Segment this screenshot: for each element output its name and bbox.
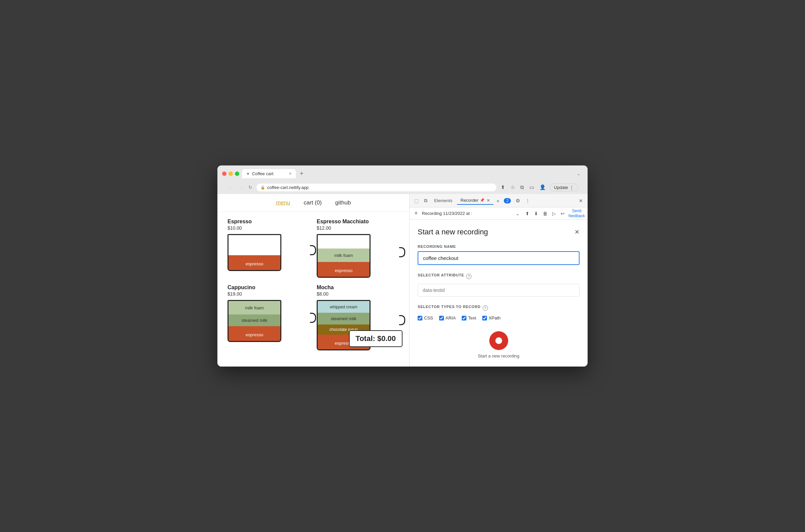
add-recording-button[interactable]: + xyxy=(412,209,420,217)
coffee-nav: menu cart (0) github xyxy=(217,194,409,212)
layer-macchiato-espresso: espresso xyxy=(318,262,369,278)
coffee-card-cappucino: Cappucino $19.00 milk foam steamed milk … xyxy=(227,285,310,350)
layer-capp-espresso: espresso xyxy=(228,326,280,342)
start-recording-button[interactable] xyxy=(489,331,508,350)
back-button[interactable]: ← xyxy=(227,184,234,191)
minimize-traffic-light[interactable] xyxy=(228,171,233,176)
checkbox-aria[interactable]: ARIA xyxy=(439,316,456,321)
layer-macchiato-white xyxy=(318,235,369,248)
send-feedback-link[interactable]: Send feedback xyxy=(568,209,585,218)
checkbox-text[interactable]: Text xyxy=(462,316,476,321)
modal-title-row: Start a new recording ✕ xyxy=(418,228,580,236)
devtools-recorder-bar: + Recording 11/23/2022 at : ⌄ ⬆ ⬇ 🗑 ▷ ↩ … xyxy=(409,208,588,220)
checkbox-css-label: CSS xyxy=(424,316,433,321)
checkbox-text-input[interactable] xyxy=(462,316,466,321)
coffee-name-mocha: Mocha xyxy=(317,285,399,290)
tab-close-btn[interactable]: ✕ xyxy=(289,171,292,176)
layer-espresso-white xyxy=(228,235,280,255)
lock-icon: 🔒 xyxy=(260,185,265,190)
checkbox-xpath-label: XPath xyxy=(489,316,500,321)
title-bar: ▼ Coffee cart ✕ + ⌄ ← → ↻ 🔒 coffee-cart.… xyxy=(217,166,588,194)
maximize-traffic-light[interactable] xyxy=(235,171,239,176)
selector-attr-help-icon[interactable]: ? xyxy=(466,274,472,279)
selector-attr-input[interactable] xyxy=(418,284,580,297)
tab-recorder[interactable]: Recorder 📌 ✕ xyxy=(457,196,493,205)
address-input[interactable]: 🔒 coffee-cart.netlify.app xyxy=(256,184,496,191)
reload-button[interactable]: ↻ xyxy=(247,184,254,191)
tab-favicon: ▼ xyxy=(246,171,250,176)
layer-mocha-whipped: whipped cream xyxy=(318,301,369,313)
tab-chevron-icon: ⌄ xyxy=(577,171,583,176)
coffee-app: menu cart (0) github Espresso $10.00 esp… xyxy=(217,194,409,366)
update-chevron-icon: ⋮ xyxy=(569,185,574,190)
record-dot-icon xyxy=(495,337,502,344)
layer-mocha-steamed: steamed milk xyxy=(318,313,369,324)
notification-badge: 2 xyxy=(504,198,511,204)
checkbox-aria-input[interactable] xyxy=(439,316,444,321)
browser-window: ▼ Coffee cart ✕ + ⌄ ← → ↻ 🔒 coffee-cart.… xyxy=(217,166,588,366)
share-button[interactable]: ⬆ xyxy=(499,183,507,191)
coffee-cup-cappucino: milk foam steamed milk espresso xyxy=(227,300,281,342)
layer-capp-steamed: steamed milk xyxy=(228,315,280,326)
nav-cart[interactable]: cart (0) xyxy=(304,200,322,206)
pin-icon: 📌 xyxy=(480,198,484,203)
new-tab-button[interactable]: + xyxy=(297,169,306,178)
devtools-more-button[interactable]: ⋮ xyxy=(523,197,532,205)
cup-handle-cappucino xyxy=(310,313,316,323)
download-recording-button[interactable]: ⬇ xyxy=(532,210,540,217)
coffee-card-espresso: Espresso $10.00 espresso xyxy=(227,218,310,278)
coffee-name-espresso: Espresso xyxy=(227,218,310,225)
more-tabs-button[interactable]: » xyxy=(495,197,501,205)
traffic-lights xyxy=(222,171,239,176)
update-button[interactable]: Update ⋮ xyxy=(550,184,578,191)
layer-espresso-espresso: espresso xyxy=(228,255,280,271)
checkbox-css-input[interactable] xyxy=(418,316,422,321)
coffee-card-macchiato: Espresso Macchiato $12.00 milk foam espr… xyxy=(317,218,399,278)
checkbox-css[interactable]: CSS xyxy=(418,316,433,321)
coffee-price-mocha: $8.00 xyxy=(317,291,399,297)
recording-dropdown-button[interactable]: ⌄ xyxy=(514,209,522,217)
checkbox-xpath-input[interactable] xyxy=(482,316,487,321)
device-toolbar-button[interactable]: ⧉ xyxy=(422,196,429,205)
selector-types-label: SELECTOR TYPES TO RECORD xyxy=(418,305,480,309)
nav-github[interactable]: github xyxy=(335,200,351,206)
active-tab[interactable]: ▼ Coffee cart ✕ xyxy=(242,169,296,178)
coffee-name-cappucino: Cappucino xyxy=(227,285,310,290)
checkbox-xpath[interactable]: XPath xyxy=(482,316,500,321)
devtools-body: Start a new recording ✕ RECORDING NAME S… xyxy=(409,220,588,366)
settings-button[interactable]: ⚙ xyxy=(514,197,522,205)
delete-recording-button[interactable]: 🗑 xyxy=(541,210,549,217)
selector-types-label-row: SELECTOR TYPES TO RECORD ? xyxy=(418,305,580,311)
cup-wrapper-macchiato[interactable]: milk foam espresso xyxy=(317,234,399,278)
nav-menu[interactable]: menu xyxy=(276,200,290,206)
modal-close-button[interactable]: ✕ xyxy=(574,228,580,236)
cup-handle-macchiato xyxy=(399,247,405,257)
step-back-button[interactable]: ↩ xyxy=(559,210,566,217)
recording-name-input[interactable] xyxy=(418,251,580,265)
forward-button[interactable]: → xyxy=(237,184,244,191)
update-label: Update xyxy=(554,185,568,190)
close-traffic-light[interactable] xyxy=(222,171,226,176)
cup-handle-mocha xyxy=(399,315,405,325)
profile-button[interactable]: 👤 xyxy=(538,183,548,191)
reading-list-button[interactable]: ▭ xyxy=(528,183,536,191)
record-section: Start a new recording xyxy=(418,331,580,359)
cup-wrapper-cappucino[interactable]: milk foam steamed milk espresso xyxy=(227,300,310,342)
bookmark-button[interactable]: ☆ xyxy=(509,183,517,191)
inspect-element-button[interactable]: ⬚ xyxy=(412,197,421,205)
selector-types-help-icon[interactable]: ? xyxy=(482,305,488,311)
checkbox-aria-label: ARIA xyxy=(445,316,456,321)
cup-wrapper-espresso[interactable]: espresso xyxy=(227,234,310,271)
devtools-close-button[interactable]: ✕ xyxy=(577,197,585,205)
cup-handle-espresso xyxy=(310,245,316,255)
coffee-price-cappucino: $19.00 xyxy=(227,291,310,297)
address-bar: ← → ↻ 🔒 coffee-cart.netlify.app ⬆ ☆ ⧉ ▭ … xyxy=(222,181,583,194)
recorder-tab-close[interactable]: ✕ xyxy=(487,198,490,203)
recording-name-label: RECORDING NAME xyxy=(418,245,580,248)
play-recording-button[interactable]: ▷ xyxy=(551,210,557,217)
layer-macchiato-foam: milk foam xyxy=(318,248,369,262)
modal-title-text: Start a new recording xyxy=(418,228,488,236)
upload-recording-button[interactable]: ⬆ xyxy=(524,210,531,217)
extensions-button[interactable]: ⧉ xyxy=(518,183,526,191)
tab-elements[interactable]: Elements xyxy=(431,197,456,205)
